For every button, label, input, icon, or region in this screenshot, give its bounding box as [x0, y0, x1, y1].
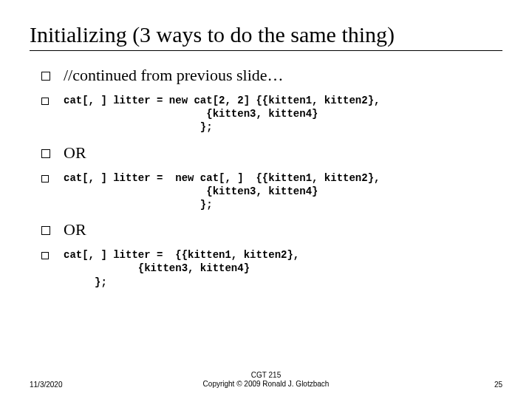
code-block: cat[, ] litter = {{kitten1, kitten2}, {k… [64, 248, 299, 289]
square-bullet-icon [41, 149, 50, 158]
bullet-item: cat[, ] litter = new cat[, ] {{kitten1, … [41, 171, 502, 212]
footer-course: CGT 215 [251, 371, 281, 379]
square-bullet-icon [41, 226, 50, 235]
footer-copyright: Copyright © 2009 Ronald J. Glotzbach [203, 380, 330, 388]
footer-page-number: 25 [494, 381, 502, 389]
bullet-text: OR [64, 143, 86, 163]
code-block: cat[, ] litter = new cat[, ] {{kitten1, … [64, 171, 380, 212]
bullet-item: OR [41, 143, 502, 163]
footer: 11/3/2020 CGT 215 Copyright © 2009 Ronal… [0, 371, 532, 389]
footer-center: CGT 215 Copyright © 2009 Ronald J. Glotz… [0, 371, 532, 389]
bullet-item: //continued from previous slide… [41, 66, 502, 85]
bullet-item: OR [41, 220, 502, 239]
bullet-item: cat[, ] litter = new cat[2, 2] {{kitten1… [41, 94, 502, 134]
bullet-list: //continued from previous slide… cat[, ]… [30, 66, 502, 289]
square-bullet-icon [41, 72, 50, 81]
slide: Initializing (3 ways to do the same thin… [0, 0, 532, 289]
bullet-text: //continued from previous slide… [64, 66, 284, 85]
square-bullet-icon [41, 252, 49, 259]
square-bullet-icon [41, 175, 49, 183]
footer-date: 11/3/2020 [30, 381, 63, 389]
code-block: cat[, ] litter = new cat[2, 2] {{kitten1… [64, 94, 380, 134]
bullet-item: cat[, ] litter = {{kitten1, kitten2}, {k… [41, 248, 502, 289]
square-bullet-icon [41, 98, 49, 105]
slide-title: Initializing (3 ways to do the same thin… [30, 22, 502, 51]
bullet-text: OR [64, 220, 86, 239]
